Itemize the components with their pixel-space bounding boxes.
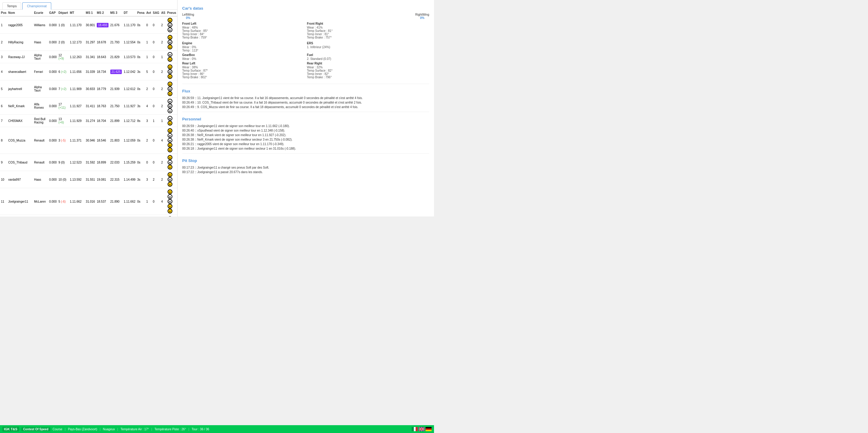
fuel-value: 2. Standard (0.07) <box>307 57 429 61</box>
tire-badge: S <box>167 35 173 40</box>
tab-championnat[interactable]: Championnat <box>22 2 51 10</box>
cell-ms2: 18.546 <box>96 127 110 154</box>
cell-ms2: 18.679 <box>96 215 110 217</box>
cell-ms1: 31.016 <box>85 188 96 215</box>
cell-gap: 0.000 <box>48 215 58 217</box>
tire-badge: S <box>167 172 173 177</box>
cell-pos: 1 <box>0 16 7 34</box>
right-wing-block: RightWing 0% <box>415 13 429 20</box>
cell-ms3: 22.033 <box>110 154 123 171</box>
engine-block: Engine Wear : 0% Temp : 113° <box>182 41 305 52</box>
cell-nom: ragge2005 <box>7 16 33 34</box>
cell-gap: 0.000 <box>48 80 58 98</box>
front-right-temp-brake: Temp Brake : 757° <box>307 36 429 39</box>
cell-pos: 7 <box>0 115 7 127</box>
tire-badge: S <box>167 81 173 87</box>
cell-pneus: MHS <box>166 215 177 217</box>
cell-dt: 1.11.927 <box>123 98 136 115</box>
rear-left-wear: Wear : 38% <box>182 66 305 69</box>
front-right-title: Front Right <box>307 22 429 25</box>
cell-pneus: SMS <box>166 154 177 171</box>
tire-badge: S <box>167 44 173 49</box>
cell-ms2: 18.704 <box>96 115 110 127</box>
rear-right-block: Rear Right Wear : 32% Temp Surface : 82°… <box>307 62 429 79</box>
cell-mt: 1.11.929 <box>69 115 85 127</box>
cell-ms1: 31.551 <box>85 171 96 188</box>
rear-left-title: Rear Left <box>182 62 305 65</box>
tire-badge: M <box>167 116 173 121</box>
tire-badge: S <box>167 143 173 147</box>
cell-pena: 0s <box>136 16 145 34</box>
header-avt: Avt <box>145 10 152 16</box>
divider-1 <box>182 84 429 84</box>
left-wing-value: 0% <box>182 16 194 20</box>
front-tires-row: Front Left Wear : 48% Temp Surface : 85°… <box>182 22 429 39</box>
tire-badge: M <box>167 138 173 143</box>
cell-pneus: MS <box>166 51 177 63</box>
cell-mt: 1.12.523 <box>69 154 85 171</box>
rear-left-temp-surface: Temp Surface : 87° <box>182 69 305 72</box>
pitstop-line: 00:17:22 :: Joelgrainger11 a passé 20.67… <box>182 170 429 174</box>
cell-sag: 0 <box>152 127 160 154</box>
gearbox-fuel-row: GearBox Wear : 0% Fuel 2. Standard (0.07… <box>182 53 429 61</box>
table-row: 11Joelgrainger11McLaren0.0005 (-6)1.11.6… <box>0 188 177 215</box>
tire-badge: H <box>167 104 173 108</box>
cell-nom: NeR_Kmark <box>7 98 33 115</box>
cell-nom: HillyRacing <box>7 34 33 51</box>
tab-temps[interactable]: Temps <box>2 2 21 9</box>
flux-line: 00:26:59 :: 11. Joelgrainger11 vient de … <box>182 96 429 100</box>
cell-ms2: 18.537 <box>96 188 110 215</box>
personnel-line: 00:26:40 :: xSpudhead vient de signer so… <box>182 128 429 133</box>
tire-badge: S <box>167 121 173 126</box>
tire-badge: H <box>167 87 173 91</box>
rear-right-temp-inner: Temp Inner : 82° <box>307 72 429 75</box>
cell-ms1: 30.946 <box>85 127 96 154</box>
cell-sag: 0 <box>152 63 160 80</box>
personnel-line: 00:26:18 :: Joelgrainger11 vient de sign… <box>182 146 429 151</box>
table-row: 2HillyRacingHaas0.0002 (0)1.12.17331.297… <box>0 34 177 51</box>
cell-avt: 2 <box>145 80 152 98</box>
rear-left-temp-inner: Temp Inner : 86° <box>182 72 305 75</box>
cell-gap: 0.000 <box>48 127 58 154</box>
cell-pos: 10 <box>0 171 7 188</box>
personnel-line: 00:26:38 :: NeR_Kmark vient de signer so… <box>182 133 429 137</box>
cell-as: 1 <box>160 51 166 63</box>
personnel-line: 00:26:59 :: Joelgrainger11 vient de sign… <box>182 124 429 128</box>
front-left-block: Front Left Wear : 48% Temp Surface : 85°… <box>182 22 305 39</box>
cell-ecurie: Renault <box>33 127 48 154</box>
cell-ms3: 21.890 <box>110 188 123 215</box>
cell-ms3: 21.676 <box>110 16 123 34</box>
cell-ms2: 18.678 <box>96 34 110 51</box>
cell-as: 2 <box>160 80 166 98</box>
personnel-line: 00:26:38 :: NeR_Kmark vient de signer so… <box>182 137 429 142</box>
cell-dt: 1.15.259 <box>123 154 136 171</box>
cell-pneus: MHM <box>166 98 177 115</box>
cell-sag: 0 <box>152 98 160 115</box>
table-row: 6NeR_KmarkAlfa Romeo0.00017 (+11)1.11.92… <box>0 98 177 115</box>
cell-as: 1 <box>160 115 166 127</box>
tire-badge: S <box>167 64 173 69</box>
cell-as: 2 <box>160 171 166 188</box>
cell-mt: 1.11.371 <box>69 127 85 154</box>
cell-avt: 4 <box>145 98 152 115</box>
front-right-wear: Wear : 41% <box>307 26 429 29</box>
gearbox-wear: Wear : 0% <box>182 57 305 61</box>
cell-ms3: 22.117 <box>110 215 123 217</box>
cell-depart: 6 (+2) <box>58 63 69 80</box>
cell-pena: 0s <box>136 80 145 98</box>
tire-badge: H <box>167 23 173 27</box>
cell-ms2: 18.763 <box>96 98 110 115</box>
cell-ecurie: Haas <box>33 171 48 188</box>
cell-gap: 0.000 <box>48 171 58 188</box>
pitstop-line: 00:17:23 :: Joelgrainger11 a changé ses … <box>182 165 429 170</box>
cell-pena: 0s <box>136 127 145 154</box>
engine-temp: Temp : 113° <box>182 49 305 52</box>
cell-avt: 0 <box>145 154 152 171</box>
cell-dt: 1.12.348 <box>123 215 136 217</box>
divider-3 <box>182 153 429 154</box>
tire-badge: S <box>167 18 173 23</box>
flux-line: 00:26:49 :: 9. COS_Muzza vient de finir … <box>182 105 429 109</box>
tire-badge: M <box>167 99 173 104</box>
cell-as: 4 <box>160 188 166 215</box>
personnel-line: 00:26:21 :: ragge2005 vient de signer so… <box>182 142 429 146</box>
